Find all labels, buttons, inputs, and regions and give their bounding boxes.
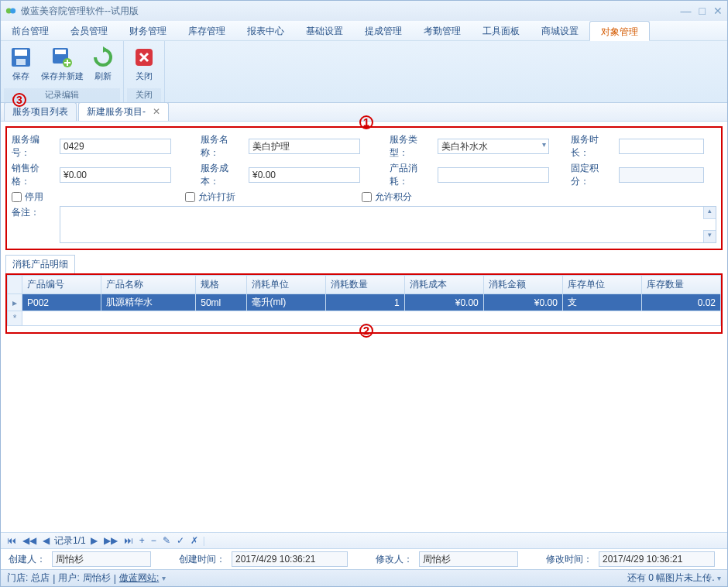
fixed-point-input[interactable] (619, 167, 704, 183)
chevron-down-icon[interactable]: ▾ (162, 574, 166, 582)
col-cost[interactable]: 消耗成本 (404, 276, 483, 294)
maximize-icon[interactable]: □ (699, 5, 706, 17)
menu-tab-commission[interactable]: 提成管理 (354, 21, 413, 41)
form-panel: 服务编号： 服务名称： 服务类型： 服务时长： 销售价格： 服务成本： 产品消 (5, 126, 723, 250)
price-input[interactable] (60, 167, 171, 183)
main-menubar: 前台管理 会员管理 财务管理 库存管理 报表中心 基础设置 提成管理 考勤管理 … (1, 21, 727, 41)
creator-field (52, 551, 151, 567)
status-user-label: 用户: (58, 572, 79, 585)
duration-label: 服务时长： (571, 133, 616, 160)
col-stock-qty[interactable]: 库存数量 (641, 276, 720, 294)
nav-next-icon[interactable]: ▶ (89, 535, 99, 546)
menu-tab-attendance[interactable]: 考勤管理 (413, 21, 472, 41)
minimize-icon[interactable]: — (681, 5, 692, 17)
ribbon: 保存 保存并新建 刷新 记录编辑 关闭 关闭 (1, 41, 727, 103)
row-indicator-icon: ▸ (8, 294, 22, 311)
remark-label: 备注： (12, 206, 57, 219)
service-type-label: 服务类型： (390, 133, 434, 160)
fixed-point-label: 固定积分： (571, 162, 616, 188)
disable-checkbox[interactable]: 停用 (12, 191, 43, 204)
refresh-button[interactable]: 刷新 (86, 43, 120, 88)
close-window-icon[interactable]: ✕ (713, 5, 723, 17)
subtab-close-icon[interactable]: ✕ (153, 106, 160, 117)
record-navigator: ⏮ ◀◀ ◀ 记录1/1 ▶ ▶▶ ⏭ + − ✎ ✓ ✗ | (1, 532, 727, 549)
mtime-label: 修改时间： (546, 553, 592, 566)
price-label: 销售价格： (12, 162, 57, 188)
record-indicator: 记录1/1 (54, 534, 86, 548)
mtime-field (599, 551, 715, 567)
close-button[interactable]: 关闭 (127, 43, 161, 88)
save-button[interactable]: 保存 (4, 43, 38, 88)
remark-textarea[interactable]: ▴ ▾ (60, 206, 716, 243)
audit-bar: 创建人： 创建时间： 修改人： 修改时间： (1, 549, 727, 569)
annotation-marker-2: 2 (359, 324, 373, 338)
nav-prev-icon[interactable]: ◀ (41, 535, 51, 546)
detail-tab[interactable]: 消耗产品明细 (5, 255, 75, 273)
menu-tab-tools[interactable]: 工具面板 (472, 21, 531, 41)
creator-label: 创建人： (9, 553, 46, 566)
menu-tab-front[interactable]: 前台管理 (1, 21, 60, 41)
refresh-icon (91, 45, 115, 70)
menu-tab-mall[interactable]: 商城设置 (531, 21, 589, 41)
svg-rect-6 (55, 50, 66, 54)
window-title: 傲蓝美容院管理软件--试用版 (21, 5, 681, 18)
col-stock-unit[interactable]: 库存单位 (562, 276, 641, 294)
table-row[interactable]: ▸ P002 肌源精华水 50ml 毫升(ml) 1 ¥0.00 ¥0.00 支… (8, 294, 721, 311)
svg-rect-4 (16, 59, 26, 65)
status-store-label: 门店: (7, 572, 28, 585)
ctime-label: 创建时间： (179, 553, 225, 566)
scroll-up-icon[interactable]: ▴ (703, 207, 716, 219)
service-name-label: 服务名称： (201, 133, 246, 160)
col-product-name[interactable]: 产品名称 (101, 276, 196, 294)
menu-tab-report[interactable]: 报表中心 (236, 21, 295, 41)
service-name-input[interactable] (249, 139, 360, 154)
col-amount[interactable]: 消耗金额 (483, 276, 562, 294)
grid-header-row: 产品编号 产品名称 规格 消耗单位 消耗数量 消耗成本 消耗金额 库存单位 库存… (8, 276, 721, 294)
ribbon-group-close-label: 关闭 (127, 88, 161, 102)
nav-delete-icon[interactable]: − (149, 535, 158, 546)
svg-point-1 (10, 9, 15, 14)
modifier-field (419, 551, 518, 567)
col-qty[interactable]: 消耗数量 (325, 276, 404, 294)
nav-add-icon[interactable]: + (138, 535, 146, 546)
consume-label: 产品消耗： (390, 162, 434, 188)
subtab-new-service[interactable]: 新建服务项目- ✕ (78, 102, 169, 121)
consume-input[interactable] (438, 167, 549, 183)
menu-tab-stock[interactable]: 库存管理 (177, 21, 236, 41)
status-website-link[interactable]: 傲蓝网站: (119, 572, 159, 585)
svg-rect-3 (15, 50, 27, 56)
nav-next-page-icon[interactable]: ▶▶ (102, 535, 119, 546)
status-store: 总店 (31, 572, 50, 585)
nav-cancel-icon[interactable]: ✗ (189, 535, 200, 546)
save-new-icon (50, 45, 74, 70)
menu-tab-object[interactable]: 对象管理 (589, 21, 650, 41)
cost-label: 服务成本： (201, 162, 246, 188)
new-row-indicator-icon: * (8, 311, 22, 326)
menu-tab-member[interactable]: 会员管理 (60, 21, 118, 41)
titlebar: 傲蓝美容院管理软件--试用版 — □ ✕ (1, 1, 727, 21)
annotation-marker-3: 3 (12, 93, 26, 107)
app-icon (5, 5, 16, 16)
nav-first-icon[interactable]: ⏮ (5, 535, 18, 546)
allow-discount-checkbox[interactable]: 允许打折 (185, 191, 235, 204)
service-type-combo[interactable] (438, 139, 549, 154)
duration-input[interactable] (619, 139, 704, 154)
save-new-button[interactable]: 保存并新建 (39, 43, 84, 88)
cost-input[interactable] (249, 167, 360, 183)
nav-check-icon[interactable]: ✓ (175, 535, 186, 546)
status-upload-info: 还有 0 幅图片未上传. (627, 572, 715, 583)
col-unit[interactable]: 消耗单位 (246, 276, 325, 294)
menu-tab-finance[interactable]: 财务管理 (118, 21, 177, 41)
save-icon (9, 45, 33, 70)
scroll-down-icon[interactable]: ▾ (703, 230, 716, 242)
chevron-down-icon[interactable]: ▾ (717, 574, 721, 582)
nav-prev-page-icon[interactable]: ◀◀ (21, 535, 38, 546)
service-no-input[interactable] (60, 139, 171, 154)
annotation-marker-1: 1 (359, 115, 373, 129)
allow-points-checkbox[interactable]: 允许积分 (362, 191, 412, 204)
nav-edit-icon[interactable]: ✎ (161, 535, 172, 546)
col-spec[interactable]: 规格 (196, 276, 246, 294)
menu-tab-basic[interactable]: 基础设置 (295, 21, 354, 41)
col-product-code[interactable]: 产品编号 (22, 276, 101, 294)
nav-last-icon[interactable]: ⏭ (122, 535, 135, 546)
